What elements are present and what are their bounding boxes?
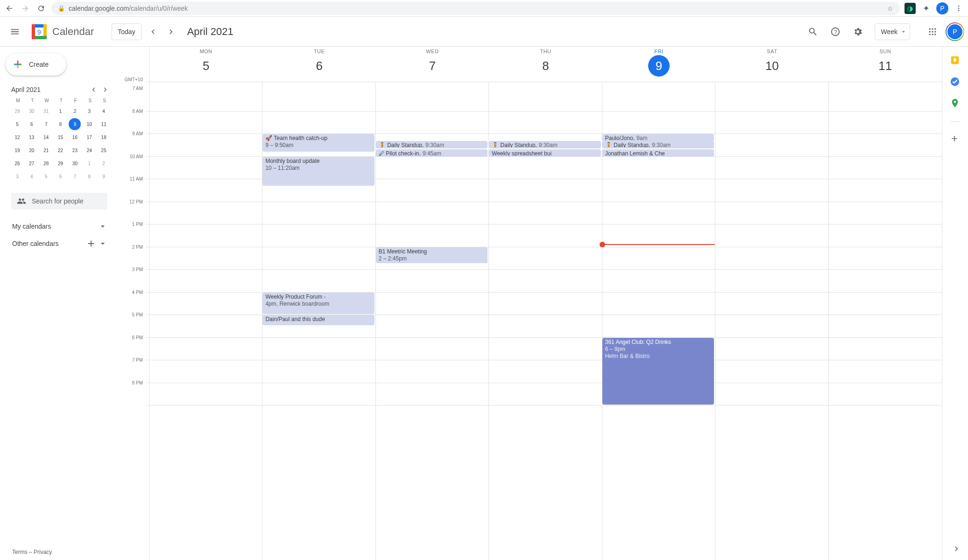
create-button[interactable]: Create xyxy=(6,53,66,76)
google-apps-button[interactable] xyxy=(923,22,942,41)
mini-day-cell[interactable]: 7 xyxy=(40,118,52,130)
day-header[interactable]: THU8 xyxy=(489,47,602,82)
mini-day-cell[interactable]: 1 xyxy=(83,157,95,169)
allday-cell[interactable] xyxy=(715,82,828,89)
mini-day-cell[interactable]: 1 xyxy=(55,105,67,117)
mini-next-month[interactable] xyxy=(100,84,111,95)
mini-day-cell[interactable]: 10 xyxy=(83,118,95,130)
mini-day-cell[interactable]: 13 xyxy=(26,131,38,143)
privacy-link[interactable]: Privacy xyxy=(34,549,52,555)
calendar-event[interactable]: Jonathan Lemish & Che xyxy=(602,149,714,157)
allday-cell[interactable] xyxy=(262,82,375,89)
my-calendars-toggle[interactable]: My calendars xyxy=(5,218,111,235)
mini-day-cell[interactable]: 23 xyxy=(69,144,81,156)
mini-day-cell[interactable]: 29 xyxy=(55,157,67,169)
maps-icon[interactable] xyxy=(950,98,961,109)
mini-day-cell[interactable]: 7 xyxy=(69,170,81,182)
add-calendar-icon[interactable] xyxy=(86,238,96,249)
mini-day-cell[interactable]: 9 xyxy=(98,170,110,182)
mini-day-cell[interactable]: 28 xyxy=(40,157,52,169)
addons-button[interactable] xyxy=(950,134,961,145)
mini-day-cell[interactable]: 18 xyxy=(98,131,110,143)
day-number[interactable]: 7 xyxy=(422,55,443,77)
mini-day-cell[interactable]: 3 xyxy=(83,105,95,117)
mini-day-cell[interactable]: 31 xyxy=(40,105,52,117)
mini-day-cell[interactable]: 29 xyxy=(11,105,23,117)
mini-day-cell[interactable]: 3 xyxy=(11,170,23,182)
day-column[interactable]: 🧍 Daily Standup,9:30amWeekly spreadsheet… xyxy=(489,89,602,560)
other-calendars-toggle[interactable]: Other calendars xyxy=(5,235,111,252)
calendar-event[interactable]: Weekly spreadsheet bui xyxy=(489,149,601,157)
main-menu-button[interactable] xyxy=(4,21,26,43)
mini-day-cell[interactable]: 2 xyxy=(98,157,110,169)
allday-cell[interactable] xyxy=(376,82,489,89)
forward-button[interactable] xyxy=(20,3,31,14)
day-number[interactable]: 8 xyxy=(535,55,556,77)
mini-day-cell[interactable]: 30 xyxy=(69,157,81,169)
day-header[interactable]: SUN11 xyxy=(829,47,942,82)
day-column[interactable]: 🚀 Team health catch-up9 – 9:50amMonthly … xyxy=(262,89,375,560)
day-number[interactable]: 10 xyxy=(761,55,783,77)
day-number[interactable]: 9 xyxy=(648,55,670,77)
mini-day-cell[interactable]: 26 xyxy=(11,157,23,169)
view-switcher[interactable]: Week xyxy=(875,23,910,40)
mini-day-cell[interactable]: 2 xyxy=(69,105,81,117)
mini-day-cell[interactable]: 8 xyxy=(83,170,95,182)
calendar-event[interactable]: Paulo/Jono,9am xyxy=(602,134,714,141)
allday-cell[interactable] xyxy=(149,82,262,89)
allday-cell[interactable] xyxy=(602,82,715,89)
day-column[interactable]: Paulo/Jono,9am🧍 Daily Standup,9:30amJona… xyxy=(602,89,715,560)
browser-menu-button[interactable] xyxy=(953,3,964,14)
mini-day-cell[interactable]: 4 xyxy=(26,170,38,182)
day-number[interactable]: 5 xyxy=(195,55,217,77)
allday-cell[interactable] xyxy=(829,82,942,89)
mini-day-cell[interactable]: 19 xyxy=(11,144,23,156)
mini-day-cell[interactable]: 15 xyxy=(55,131,67,143)
account-avatar[interactable]: P xyxy=(946,22,964,41)
reload-button[interactable] xyxy=(35,3,47,14)
mini-day-cell[interactable]: 4 xyxy=(98,105,110,117)
day-header[interactable]: FRI9 xyxy=(602,47,715,82)
address-bar[interactable]: 🔒 calendar.google.com/calendar/u/0/r/wee… xyxy=(51,2,900,15)
mini-day-cell[interactable]: 9 xyxy=(69,118,81,130)
day-header[interactable]: SAT10 xyxy=(715,47,828,82)
day-column[interactable] xyxy=(715,89,828,560)
mini-day-cell[interactable]: 12 xyxy=(11,131,23,143)
mini-day-cell[interactable]: 20 xyxy=(26,144,38,156)
search-button[interactable] xyxy=(804,22,822,41)
day-column[interactable]: 🧍 Daily Standup,9:30am🖊 Pilot check-in,9… xyxy=(376,89,489,560)
settings-button[interactable] xyxy=(848,22,867,41)
star-icon[interactable]: ☆ xyxy=(887,5,893,12)
calendar-event[interactable]: 🧍 Daily Standup,9:30am xyxy=(489,141,601,148)
mini-day-cell[interactable]: 30 xyxy=(26,105,38,117)
mini-day-cell[interactable]: 14 xyxy=(40,131,52,143)
calendar-event[interactable]: 361 Angel Club: Q2 Drinks6 – 9pmHelm Bar… xyxy=(602,338,714,405)
tasks-icon[interactable] xyxy=(950,77,961,88)
search-people-input[interactable]: Search for people xyxy=(11,193,107,210)
mini-day-cell[interactable]: 21 xyxy=(40,144,52,156)
browser-profile-avatar[interactable]: P xyxy=(936,2,948,14)
calendar-event[interactable]: 🧍 Daily Standup,9:30am xyxy=(602,141,714,148)
extension-icon[interactable]: ◑ xyxy=(904,3,916,14)
day-header[interactable]: TUE6 xyxy=(262,47,375,82)
terms-link[interactable]: Terms xyxy=(12,549,28,555)
day-header[interactable]: MON5 xyxy=(149,47,262,82)
calendar-event[interactable]: Monthly board update10 – 11:20am xyxy=(262,157,374,186)
extensions-button[interactable]: ✦ xyxy=(920,3,932,14)
app-logo[interactable]: 9 Calendar xyxy=(30,22,94,41)
support-button[interactable]: ? xyxy=(826,22,845,41)
day-column[interactable] xyxy=(829,89,942,560)
calendar-event[interactable]: 🧍 Daily Standup,9:30am xyxy=(376,141,488,148)
calendar-event[interactable]: 🖊 Pilot check-in,9:45am xyxy=(376,149,488,157)
mini-day-cell[interactable]: 11 xyxy=(98,118,110,130)
allday-cell[interactable] xyxy=(489,82,602,89)
mini-day-cell[interactable]: 8 xyxy=(55,118,67,130)
mini-day-cell[interactable]: 16 xyxy=(69,131,81,143)
back-button[interactable] xyxy=(4,3,15,14)
show-side-panel-button[interactable] xyxy=(949,541,964,556)
day-number[interactable]: 11 xyxy=(875,55,896,77)
mini-day-cell[interactable]: 5 xyxy=(40,170,52,182)
mini-day-cell[interactable]: 27 xyxy=(26,157,38,169)
mini-day-cell[interactable]: 6 xyxy=(26,118,38,130)
mini-day-cell[interactable]: 24 xyxy=(83,144,95,156)
